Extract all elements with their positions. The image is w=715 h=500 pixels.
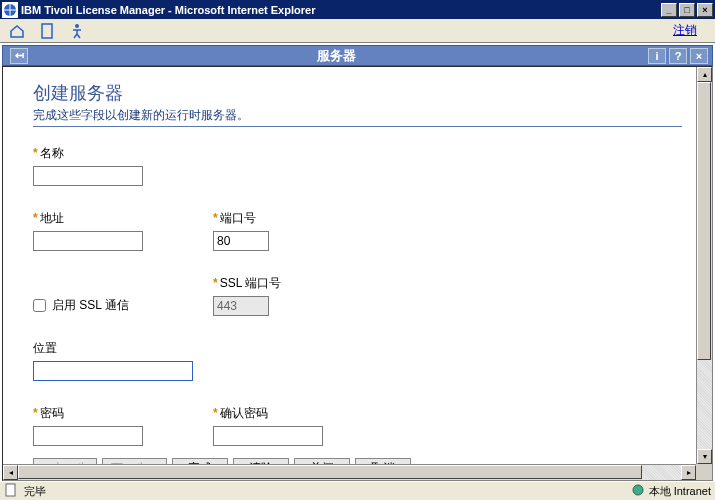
confirm-password-input[interactable]: [213, 426, 323, 446]
port-label: *端口号: [213, 210, 393, 227]
divider: [33, 126, 682, 127]
scroll-up-icon[interactable]: ▴: [697, 67, 712, 82]
window-title: IBM Tivoli License Manager - Microsoft I…: [21, 4, 659, 16]
ssl-port-label: *SSL 端口号: [213, 275, 393, 292]
panel-close-icon[interactable]: ×: [690, 48, 708, 64]
home-icon[interactable]: [8, 22, 26, 40]
location-label: 位置: [33, 340, 213, 357]
status-text: 完毕: [24, 484, 46, 499]
minimize-button[interactable]: _: [661, 3, 677, 17]
form-content: 创建服务器 完成这些字段以创建新的运行时服务器。 *名称 *地址 *端口号: [3, 67, 712, 481]
zone-text: 本地 Intranet: [649, 484, 711, 499]
nav-back-icon[interactable]: ↤: [10, 48, 28, 64]
enable-ssl-label: 启用 SSL 通信: [52, 297, 129, 314]
address-label: *地址: [33, 210, 213, 227]
confirm-password-label: *确认密码: [213, 405, 393, 422]
password-input[interactable]: [33, 426, 143, 446]
horizontal-thumb[interactable]: [18, 465, 642, 479]
horizontal-scrollbar[interactable]: ◂ ▸: [3, 464, 696, 480]
enable-ssl-checkbox[interactable]: [33, 299, 46, 312]
zone-icon: [631, 483, 645, 499]
status-page-icon: [4, 483, 18, 499]
browser-toolbar: 注销: [0, 19, 715, 43]
window-close-button[interactable]: ×: [697, 3, 713, 17]
vertical-thumb[interactable]: [697, 82, 711, 360]
document-icon[interactable]: [38, 22, 56, 40]
name-input[interactable]: [33, 166, 143, 186]
status-bar: 完毕 本地 Intranet: [0, 481, 715, 500]
section-header: ↤ 服务器 i ? ×: [2, 45, 713, 66]
help-icon[interactable]: ?: [669, 48, 687, 64]
svg-rect-3: [6, 484, 15, 496]
vertical-scrollbar[interactable]: ▴ ▾: [696, 67, 712, 464]
page-subtitle: 完成这些字段以创建新的运行时服务器。: [33, 107, 682, 124]
scroll-down-icon[interactable]: ▾: [697, 449, 712, 464]
svg-rect-1: [42, 24, 52, 38]
svg-point-2: [75, 24, 79, 28]
location-input[interactable]: [33, 361, 193, 381]
scroll-right-icon[interactable]: ▸: [681, 465, 696, 480]
section-title: 服务器: [28, 47, 645, 65]
port-input[interactable]: [213, 231, 269, 251]
page-title: 创建服务器: [33, 81, 682, 105]
window-titlebar: IBM Tivoli License Manager - Microsoft I…: [0, 0, 715, 19]
name-label: *名称: [33, 145, 213, 162]
maximize-button[interactable]: □: [679, 3, 695, 17]
accessibility-icon[interactable]: [68, 22, 86, 40]
ie-icon: [2, 2, 18, 18]
ssl-port-input: [213, 296, 269, 316]
info-icon[interactable]: i: [648, 48, 666, 64]
address-input[interactable]: [33, 231, 143, 251]
password-label: *密码: [33, 405, 213, 422]
logout-link[interactable]: 注销: [673, 22, 707, 39]
svg-point-4: [633, 485, 643, 495]
scrollbar-corner: [696, 464, 712, 480]
content-viewport: 创建服务器 完成这些字段以创建新的运行时服务器。 *名称 *地址 *端口号: [2, 66, 713, 481]
scroll-left-icon[interactable]: ◂: [3, 465, 18, 480]
